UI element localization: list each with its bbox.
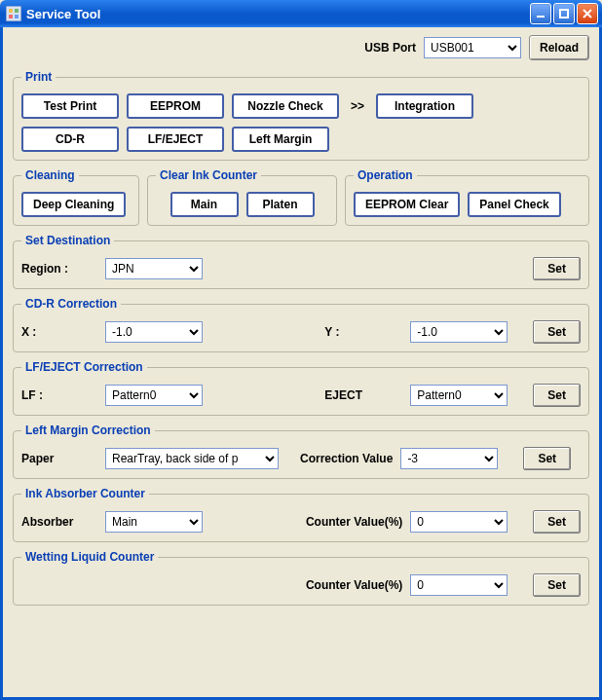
left-margin-set-button[interactable]: Set	[523, 447, 571, 470]
clear-ink-main-button[interactable]: Main	[170, 192, 239, 217]
reload-button[interactable]: Reload	[529, 35, 589, 60]
app-icon	[6, 6, 21, 21]
close-button[interactable]	[577, 3, 598, 24]
cleaning-group: Cleaning Deep Cleaning	[13, 168, 139, 226]
ink-absorber-legend: Ink Absorber Counter	[21, 487, 149, 500]
clear-ink-group: Clear Ink Counter Main Platen	[147, 168, 337, 226]
lf-select[interactable]: Pattern0	[105, 385, 203, 406]
cdr-correction-legend: CD-R Correction	[21, 297, 121, 311]
set-destination-legend: Set Destination	[21, 234, 114, 247]
correction-value-label: Correction Value	[300, 452, 393, 465]
svg-rect-6	[560, 10, 568, 18]
lf-eject-button[interactable]: LF/EJECT	[127, 127, 224, 152]
eeprom-button[interactable]: EEPROM	[127, 93, 224, 119]
integration-button[interactable]: Integration	[376, 93, 473, 119]
eeprom-clear-button[interactable]: EEPROM Clear	[354, 192, 460, 217]
lf-eject-correction-legend: LF/EJECT Correction	[21, 360, 147, 374]
left-margin-correction-group: Left Margin Correction Paper RearTray, b…	[13, 424, 589, 479]
wetting-counter-select[interactable]: 0	[410, 574, 508, 596]
window-title: Service Tool	[26, 7, 530, 21]
cdr-x-label: X :	[21, 325, 97, 339]
window-body: USB Port USB001 Reload Print Test Print …	[0, 27, 602, 700]
window-titlebar: Service Tool	[0, 0, 602, 27]
usb-row: USB Port USB001 Reload	[13, 35, 589, 60]
maximize-button[interactable]	[553, 3, 575, 24]
wetting-liquid-legend: Wetting Liquid Counter	[21, 550, 158, 564]
arrow-icon: >>	[347, 99, 368, 113]
test-print-button[interactable]: Test Print	[21, 93, 119, 119]
deep-cleaning-button[interactable]: Deep Cleaning	[21, 192, 126, 217]
ink-absorber-group: Ink Absorber Counter Absorber Main Count…	[13, 487, 589, 542]
eject-select[interactable]: Pattern0	[410, 385, 508, 406]
print-legend: Print	[21, 70, 56, 84]
region-select[interactable]: JPN	[105, 258, 203, 279]
paper-select[interactable]: RearTray, back side of p	[105, 448, 279, 469]
wetting-counter-label: Counter Value(%)	[306, 578, 402, 592]
absorber-counter-label: Counter Value(%)	[306, 515, 402, 529]
set-destination-group: Set Destination Region : JPN Set	[13, 234, 589, 289]
operation-group: Operation EEPROM Clear Panel Check	[345, 168, 589, 226]
correction-value-select[interactable]: -3	[400, 448, 498, 469]
wetting-set-button[interactable]: Set	[533, 573, 581, 597]
destination-set-button[interactable]: Set	[533, 257, 581, 280]
cdr-set-button[interactable]: Set	[533, 320, 581, 344]
svg-rect-0	[6, 6, 21, 21]
left-margin-correction-legend: Left Margin Correction	[21, 424, 155, 437]
panel-check-button[interactable]: Panel Check	[468, 192, 560, 217]
left-margin-button[interactable]: Left Margin	[232, 127, 329, 152]
cd-r-button[interactable]: CD-R	[21, 127, 119, 152]
usb-port-select[interactable]: USB001	[424, 37, 521, 58]
nozzle-check-button[interactable]: Nozzle Check	[232, 93, 339, 119]
cdr-x-select[interactable]: -1.0	[105, 321, 203, 343]
absorber-select[interactable]: Main	[105, 511, 203, 533]
svg-rect-4	[15, 15, 19, 18]
lf-eject-set-button[interactable]: Set	[533, 384, 581, 407]
svg-rect-2	[15, 9, 19, 13]
window-buttons	[530, 3, 598, 24]
svg-rect-1	[9, 9, 13, 13]
cleaning-legend: Cleaning	[21, 168, 79, 182]
eject-label: EJECT	[324, 388, 402, 402]
absorber-counter-select[interactable]: 0	[410, 511, 508, 533]
svg-rect-3	[9, 15, 13, 18]
cdr-y-label: Y :	[324, 325, 402, 339]
region-label: Region :	[21, 262, 97, 276]
lf-eject-correction-group: LF/EJECT Correction LF : Pattern0 EJECT …	[13, 360, 589, 416]
usb-port-label: USB Port	[364, 41, 416, 55]
clear-ink-platen-button[interactable]: Platen	[246, 192, 315, 217]
minimize-button[interactable]	[530, 3, 551, 24]
absorber-label: Absorber	[21, 515, 97, 529]
clear-ink-legend: Clear Ink Counter	[156, 168, 261, 182]
print-group: Print Test Print EEPROM Nozzle Check >> …	[13, 70, 589, 161]
absorber-set-button[interactable]: Set	[533, 510, 581, 534]
wetting-liquid-group: Wetting Liquid Counter Counter Value(%) …	[13, 550, 589, 606]
lf-label: LF :	[21, 388, 97, 402]
operation-legend: Operation	[354, 168, 417, 182]
paper-label: Paper	[21, 452, 97, 465]
cdr-correction-group: CD-R Correction X : -1.0 Y : -1.0 Set	[13, 297, 589, 352]
cdr-y-select[interactable]: -1.0	[410, 321, 508, 343]
